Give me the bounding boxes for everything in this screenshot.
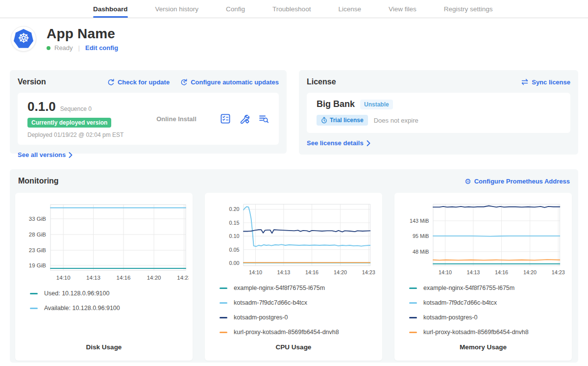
- version-card-title: Version: [18, 78, 46, 86]
- version-number: 0.1.0: [27, 99, 56, 114]
- legend-item: Available: 10.128.0.96:9100: [30, 305, 193, 312]
- legend-label: kotsadm-postgres-0: [423, 314, 477, 321]
- legend-swatch: [409, 288, 417, 289]
- edit-config-link[interactable]: Edit config: [85, 44, 118, 52]
- edit-config-gear-icon[interactable]: [239, 113, 250, 124]
- tab-label: Config: [226, 5, 245, 13]
- expiry-text: Does not expire: [374, 117, 418, 124]
- legend-item: example-nginx-54f8f76755-l675m: [220, 285, 382, 291]
- svg-text:14:20: 14:20: [334, 269, 347, 275]
- svg-text:14:20: 14:20: [523, 269, 537, 275]
- svg-text:14:13: 14:13: [86, 275, 100, 281]
- preflight-checks-icon[interactable]: [220, 113, 231, 124]
- legend-swatch: [30, 293, 38, 294]
- legend-label: example-nginx-54f8f76755-l675m: [234, 285, 325, 291]
- memory-usage-legend: example-nginx-54f8f76755-l675mkotsadm-7f…: [409, 285, 572, 343]
- tab-dashboard[interactable]: Dashboard: [93, 0, 128, 18]
- svg-text:14:20: 14:20: [147, 275, 161, 281]
- tab-label: Troubleshoot: [272, 5, 311, 13]
- legend-label: kotsadm-postgres-0: [234, 314, 288, 321]
- license-card-title: License: [307, 78, 336, 86]
- cpu-usage-legend: example-nginx-54f8f76755-l675mkotsadm-7f…: [220, 285, 382, 343]
- status-text: Ready: [54, 44, 73, 52]
- svg-text:14:13: 14:13: [466, 269, 480, 275]
- legend-label: Available: 10.128.0.96:9100: [44, 305, 120, 312]
- disk-usage-legend: Used: 10.128.0.96:9100Available: 10.128.…: [30, 290, 193, 319]
- legend-label: kotsadm-7f9dc7d66c-b4tcx: [423, 299, 497, 306]
- configure-prometheus-label: Configure Prometheus Address: [474, 178, 570, 185]
- app-logo: ☸: [11, 26, 36, 52]
- deployed-badge: Currently deployed version: [27, 118, 111, 128]
- version-card: Version Check for update Configure autom…: [10, 70, 287, 154]
- see-license-details-link[interactable]: See license details: [307, 139, 370, 147]
- sync-license-label: Sync license: [532, 78, 570, 86]
- svg-text:14:10: 14:10: [439, 269, 452, 275]
- check-for-update-button[interactable]: Check for update: [107, 78, 170, 86]
- svg-text:0.20: 0.20: [229, 206, 240, 212]
- monitoring-title: Monitoring: [18, 177, 59, 185]
- legend-item: Used: 10.128.0.96:9100: [30, 290, 193, 297]
- install-type: Online Install: [133, 115, 220, 123]
- legend-swatch: [220, 317, 227, 318]
- svg-text:48 MiB: 48 MiB: [413, 249, 429, 255]
- chevron-right-icon: [69, 152, 73, 158]
- app-header: ☸ App Name Ready | Edit config: [11, 26, 588, 52]
- cpu-usage-chart-card: 0.200.150.100.050.0014:1014:1314:1614:20…: [205, 193, 382, 361]
- chart-title: CPU Usage: [205, 343, 382, 361]
- legend-label: kurl-proxy-kotsadm-8569fb6454-dnvh8: [423, 329, 529, 336]
- disk-usage-chart: 33 GiB28 GiB23 GiB19 GiB14:1014:1314:161…: [19, 199, 189, 283]
- svg-text:14:10: 14:10: [249, 269, 262, 275]
- chart-title: Disk Usage: [15, 343, 193, 361]
- tab-config[interactable]: Config: [226, 0, 245, 18]
- svg-text:23 GiB: 23 GiB: [29, 247, 46, 253]
- tab-license[interactable]: License: [338, 0, 361, 18]
- chart-title: Memory Usage: [394, 343, 572, 361]
- see-all-versions-link[interactable]: See all versions: [18, 151, 73, 158]
- tab-troubleshoot[interactable]: Troubleshoot: [272, 0, 311, 18]
- configure-automatic-updates-button[interactable]: Configure automatic updates: [180, 78, 279, 86]
- legend-item: kotsadm-7f9dc7d66c-b4tcx: [220, 299, 382, 306]
- svg-text:19 GiB: 19 GiB: [29, 262, 46, 268]
- legend-swatch: [409, 317, 417, 318]
- monitoring-section: Monitoring ⚙ Configure Prometheus Addres…: [10, 169, 578, 363]
- svg-text:0.05: 0.05: [229, 247, 240, 253]
- legend-item: example-nginx-54f8f76755-l675m: [409, 285, 572, 291]
- top-nav: Dashboard Version history Config Trouble…: [0, 0, 588, 18]
- legend-swatch: [409, 332, 417, 333]
- clock-refresh-icon: [180, 78, 188, 86]
- memory-usage-chart: 143 MiB95 MiB48 MiB14:1014:1314:1614:201…: [398, 199, 568, 278]
- refresh-icon: [107, 78, 115, 86]
- svg-text:14:13: 14:13: [277, 269, 290, 275]
- tab-view-files[interactable]: View files: [389, 0, 416, 18]
- deployed-timestamp: Deployed 01/19/22 @ 02:04 pm EST: [27, 131, 123, 138]
- legend-label: Used: 10.128.0.96:9100: [44, 290, 109, 297]
- channel-badge: Unstable: [360, 100, 393, 109]
- trial-license-label: Trial license: [330, 117, 364, 124]
- legend-swatch: [220, 332, 227, 333]
- legend-swatch: [409, 302, 417, 304]
- legend-swatch: [30, 308, 38, 309]
- svg-text:14:10: 14:10: [56, 275, 71, 281]
- customer-name: Big Bank: [317, 99, 355, 109]
- tab-label: Registry settings: [444, 5, 493, 13]
- tab-label: View files: [389, 5, 416, 13]
- sync-license-button[interactable]: Sync license: [521, 78, 570, 86]
- legend-swatch: [220, 288, 227, 289]
- tab-label: License: [338, 5, 361, 13]
- svg-text:33 GiB: 33 GiB: [29, 216, 46, 222]
- tab-registry-settings[interactable]: Registry settings: [444, 0, 493, 18]
- svg-text:14:16: 14:16: [305, 269, 318, 275]
- tab-version-history[interactable]: Version history: [155, 0, 199, 18]
- svg-text:14:16: 14:16: [117, 275, 131, 281]
- deploy-logs-icon[interactable]: [258, 113, 269, 124]
- svg-text:95 MiB: 95 MiB: [413, 233, 429, 239]
- cpu-usage-chart: 0.200.150.100.050.0014:1014:1314:1614:20…: [209, 199, 378, 278]
- svg-text:14:23: 14:23: [552, 269, 565, 275]
- legend-item: kotsadm-postgres-0: [220, 314, 382, 321]
- legend-label: kurl-proxy-kotsadm-8569fb6454-dnvh8: [234, 329, 339, 336]
- configure-prometheus-button[interactable]: ⚙ Configure Prometheus Address: [465, 178, 570, 185]
- check-for-update-label: Check for update: [118, 78, 170, 86]
- license-card: License Sync license Big Bank Unstable T…: [299, 70, 578, 155]
- legend-item: kurl-proxy-kotsadm-8569fb6454-dnvh8: [220, 329, 382, 336]
- sync-arrows-icon: [521, 78, 529, 85]
